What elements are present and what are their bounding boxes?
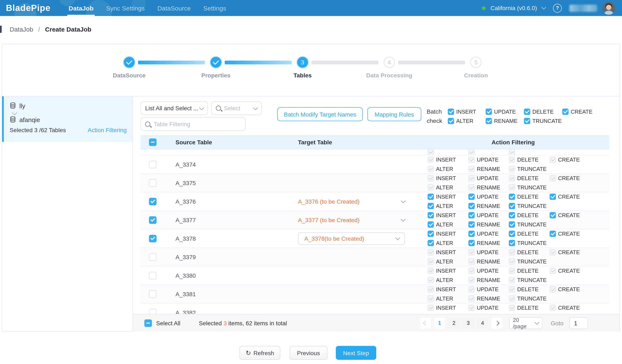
action-checkbox[interactable]: [509, 286, 515, 293]
action-checkbox[interactable]: [468, 249, 475, 256]
action-checkbox[interactable]: [428, 184, 434, 191]
batch-modify-target-names-button[interactable]: Batch Modify Target Names: [277, 107, 363, 121]
nav-item-settings[interactable]: Settings: [197, 0, 232, 16]
avatar[interactable]: [602, 1, 615, 15]
batch-action-checkbox[interactable]: [486, 118, 492, 124]
row-checkbox[interactable]: [149, 216, 156, 224]
action-checkbox[interactable]: [509, 231, 515, 237]
action-checkbox[interactable]: [550, 175, 556, 182]
chevron-down-icon[interactable]: [401, 198, 406, 203]
action-checkbox[interactable]: [468, 277, 475, 283]
action-checkbox[interactable]: [428, 203, 434, 209]
action-checkbox[interactable]: [468, 295, 475, 302]
action-checkbox[interactable]: [468, 157, 475, 163]
action-checkbox[interactable]: [428, 249, 434, 256]
action-checkbox[interactable]: [509, 258, 515, 265]
row-checkbox[interactable]: [149, 272, 156, 279]
action-checkbox[interactable]: [428, 277, 434, 283]
selected-db-pair[interactable]: lly afanqie Selected 3 /62 Tables: [2, 96, 133, 142]
action-checkbox[interactable]: [468, 231, 475, 237]
mapping-rules-button[interactable]: Mapping Rules: [367, 107, 421, 121]
action-checkbox[interactable]: [428, 231, 434, 237]
action-checkbox[interactable]: [468, 268, 475, 274]
batch-action-checkbox[interactable]: [524, 109, 530, 115]
action-checkbox[interactable]: [509, 221, 515, 228]
target-table-select[interactable]: A_3378(to be Created): [298, 232, 405, 245]
action-checkbox[interactable]: [468, 184, 475, 191]
action-checkbox[interactable]: [468, 286, 475, 293]
action-checkbox[interactable]: [509, 203, 515, 209]
row-checkbox[interactable]: [149, 235, 156, 242]
row-checkbox[interactable]: [149, 161, 156, 168]
action-checkbox[interactable]: [550, 286, 556, 293]
page-button-2[interactable]: 2: [448, 318, 459, 328]
action-checkbox[interactable]: [428, 212, 434, 219]
action-checkbox[interactable]: [550, 194, 556, 200]
action-checkbox[interactable]: [550, 249, 556, 256]
action-checkbox[interactable]: [509, 249, 515, 256]
action-checkbox[interactable]: [509, 194, 515, 200]
batch-action-checkbox[interactable]: [448, 118, 454, 124]
nav-item-datasource[interactable]: DataSource: [151, 0, 197, 16]
row-checkbox[interactable]: [149, 198, 156, 205]
action-checkbox[interactable]: [468, 175, 475, 182]
action-checkbox[interactable]: [428, 240, 434, 246]
row-checkbox[interactable]: [149, 179, 156, 187]
action-checkbox[interactable]: [509, 157, 515, 163]
table-filter-input[interactable]: Table Filtering: [140, 117, 246, 131]
action-checkbox[interactable]: [428, 258, 434, 265]
next-step-button[interactable]: Next Step: [336, 346, 376, 360]
action-checkbox[interactable]: [509, 166, 515, 172]
page-button-4[interactable]: 4: [477, 318, 488, 328]
action-checkbox[interactable]: [509, 175, 515, 182]
row-checkbox[interactable]: [149, 253, 156, 261]
action-checkbox[interactable]: [550, 212, 556, 219]
action-checkbox[interactable]: [428, 175, 434, 182]
page-button-3[interactable]: 3: [463, 318, 474, 328]
refresh-button[interactable]: ↻Refresh: [239, 346, 280, 360]
action-checkbox[interactable]: [428, 295, 434, 302]
action-checkbox[interactable]: [468, 203, 475, 209]
action-checkbox[interactable]: [509, 277, 515, 283]
action-checkbox[interactable]: [428, 166, 434, 172]
action-checkbox[interactable]: [428, 157, 434, 163]
action-checkbox[interactable]: [428, 286, 434, 293]
action-checkbox[interactable]: [468, 212, 475, 219]
action-checkbox[interactable]: [428, 194, 434, 200]
action-checkbox[interactable]: [509, 305, 515, 311]
chevron-down-icon[interactable]: [541, 5, 546, 10]
action-checkbox[interactable]: [468, 240, 475, 246]
action-checkbox[interactable]: [468, 166, 475, 172]
prev-page-button[interactable]: [420, 318, 431, 328]
batch-action-checkbox[interactable]: [448, 109, 454, 115]
goto-page-input[interactable]: 1: [569, 317, 588, 329]
action-checkbox[interactable]: [509, 212, 515, 219]
batch-action-checkbox[interactable]: [486, 109, 492, 115]
next-page-button[interactable]: [491, 318, 502, 328]
previous-button[interactable]: Previous: [290, 346, 327, 360]
schema-select-dropdown[interactable]: Select: [211, 101, 262, 115]
action-checkbox[interactable]: [428, 268, 434, 274]
nav-item-sync-settings[interactable]: Sync Settings: [100, 0, 151, 16]
action-checkbox[interactable]: [550, 268, 556, 274]
breadcrumb-datajob[interactable]: DataJob: [10, 25, 33, 33]
chevron-down-icon[interactable]: [401, 217, 406, 222]
page-button-1[interactable]: 1: [434, 318, 445, 328]
action-filtering-link[interactable]: Action Filtering: [88, 127, 127, 134]
action-checkbox[interactable]: [509, 184, 515, 191]
action-checkbox[interactable]: [550, 305, 556, 311]
nav-item-datajob[interactable]: DataJob: [62, 0, 100, 16]
help-icon[interactable]: ?: [553, 3, 562, 12]
batch-action-checkbox[interactable]: [562, 109, 568, 115]
list-mode-dropdown[interactable]: List All and Select ...: [140, 101, 208, 115]
action-checkbox[interactable]: [509, 295, 515, 302]
action-checkbox[interactable]: [550, 157, 556, 163]
action-checkbox[interactable]: [428, 221, 434, 228]
action-checkbox[interactable]: [468, 258, 475, 265]
action-checkbox[interactable]: [468, 305, 475, 311]
action-checkbox[interactable]: [550, 231, 556, 237]
action-checkbox[interactable]: [468, 221, 475, 228]
action-checkbox[interactable]: [428, 305, 434, 311]
header-select-checkbox[interactable]: [149, 138, 156, 146]
action-checkbox[interactable]: [509, 240, 515, 246]
